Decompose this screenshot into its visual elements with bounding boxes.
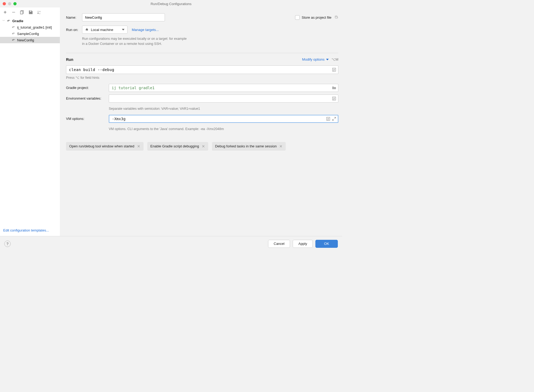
- gradle-icon: [6, 19, 11, 23]
- gradle-project-label: Gradle project:: [66, 86, 109, 90]
- gradle-icon: [11, 38, 16, 42]
- modify-options-link[interactable]: Modify options: [302, 57, 329, 61]
- home-icon: [85, 28, 89, 32]
- list-icon[interactable]: [332, 96, 336, 101]
- env-input[interactable]: [109, 95, 338, 103]
- sort-config-button[interactable]: az: [37, 10, 42, 15]
- edit-templates-link[interactable]: Edit configuration templates...: [3, 228, 49, 232]
- tasks-input[interactable]: [66, 65, 338, 74]
- close-icon[interactable]: ✕: [137, 144, 140, 148]
- dialog-window: Run/Debug Configurations + − az: [0, 0, 342, 251]
- list-icon[interactable]: [326, 117, 330, 121]
- run-section-title: Run: [66, 57, 73, 62]
- apply-button[interactable]: Apply: [293, 240, 313, 248]
- sidebar-toolbar: + − az: [0, 7, 60, 17]
- folder-icon[interactable]: [332, 86, 336, 90]
- option-chip[interactable]: Open run/debug tool window when started …: [66, 142, 144, 151]
- config-tree: ﹀ Gradle ij_tutorial_gradle1 [init]: [0, 17, 60, 226]
- store-as-project-checkbox[interactable]: [295, 15, 300, 20]
- vm-label: VM options:: [66, 117, 109, 121]
- chevron-down-icon: [326, 59, 329, 60]
- help-button[interactable]: ?: [4, 241, 11, 247]
- cancel-button[interactable]: Cancel: [268, 240, 290, 248]
- ok-button[interactable]: OK: [315, 240, 338, 248]
- runon-label: Run on:: [66, 28, 82, 32]
- modify-options-shortcut: ⌥M: [331, 57, 338, 61]
- save-config-button[interactable]: [28, 10, 33, 15]
- divider: [66, 53, 338, 53]
- manage-targets-link[interactable]: Manage targets...: [132, 28, 159, 32]
- close-icon[interactable]: ✕: [279, 144, 283, 148]
- runon-help-text: Run configurations may be executed local…: [82, 36, 338, 46]
- add-config-button[interactable]: +: [3, 10, 7, 15]
- gear-icon[interactable]: [334, 15, 338, 19]
- sidebar: + − az ﹀: [0, 7, 60, 236]
- titlebar: Run/Debug Configurations: [0, 0, 342, 7]
- window-title: Run/Debug Configurations: [0, 2, 342, 6]
- name-label: Name:: [66, 15, 82, 19]
- runon-dropdown[interactable]: Local machine: [82, 26, 127, 34]
- gradle-project-input[interactable]: [109, 84, 338, 92]
- env-label: Environment variables:: [66, 96, 109, 100]
- env-hint: Separate variables with semicolon: VAR=v…: [109, 107, 338, 111]
- dialog-footer: ? Cancel Apply OK: [0, 236, 342, 251]
- option-chip[interactable]: Enable Gradle script debugging ✕: [147, 142, 208, 151]
- chevron-down-icon: [122, 29, 125, 30]
- chevron-down-icon: ﹀: [2, 19, 5, 23]
- main-panel: Name: Store as project file Run on: Loca…: [60, 7, 342, 236]
- svg-rect-1: [20, 11, 23, 14]
- gradle-icon: [11, 32, 16, 36]
- option-chip[interactable]: Debug forked tasks in the same session ✕: [212, 142, 286, 151]
- gradle-icon: [11, 25, 16, 29]
- tree-root-label: Gradle: [12, 19, 23, 23]
- tree-item-label: ij_tutorial_gradle1 [init]: [17, 25, 52, 29]
- remove-config-button[interactable]: −: [11, 10, 16, 15]
- vm-hint: VM options. CLI arguments to the 'Java' …: [109, 127, 338, 131]
- runon-value: Local machine: [91, 28, 113, 32]
- list-icon[interactable]: [332, 68, 336, 72]
- svg-rect-2: [30, 11, 32, 11]
- svg-text:z: z: [39, 12, 40, 15]
- tree-item[interactable]: NewConfig: [0, 37, 60, 43]
- tree-item[interactable]: ij_tutorial_gradle1 [init]: [0, 24, 60, 30]
- tree-item-label: SampleConfig: [17, 32, 39, 36]
- tree-item-label: NewConfig: [17, 38, 34, 42]
- option-chips: Open run/debug tool window when started …: [66, 142, 338, 151]
- vm-options-input[interactable]: [109, 115, 338, 123]
- tree-item[interactable]: SampleConfig: [0, 30, 60, 37]
- tasks-hint: Press ⌥ for field hints: [66, 76, 338, 80]
- store-as-project-label: Store as project file: [302, 15, 331, 19]
- expand-icon[interactable]: [332, 117, 336, 121]
- name-input[interactable]: [82, 13, 165, 21]
- close-icon[interactable]: ✕: [202, 144, 205, 148]
- copy-config-button[interactable]: [20, 10, 25, 15]
- tree-root-gradle[interactable]: ﹀ Gradle: [0, 18, 60, 24]
